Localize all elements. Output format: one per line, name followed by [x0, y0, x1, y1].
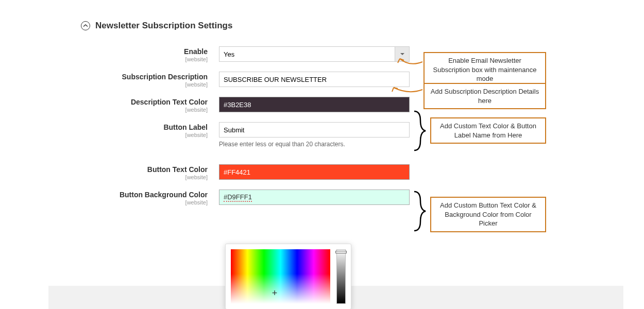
- slider-handle[interactable]: [335, 251, 347, 253]
- color-picker-value-slider[interactable]: [336, 249, 346, 304]
- row-subscription-description: Subscription Description [website]: [0, 72, 644, 88]
- callout-text-color-group: Add Custom Text Color & Button Label Nam…: [430, 117, 546, 144]
- label-description-text-color: Description Text Color [website]: [0, 97, 219, 113]
- row-description-text-color: Description Text Color [website] #3B2E38: [0, 97, 644, 113]
- callout-enable: Enable Email Newsletter Subscription box…: [423, 52, 546, 88]
- color-picker[interactable]: +: [225, 244, 351, 309]
- subscription-description-input[interactable]: [219, 72, 410, 87]
- enable-select[interactable]: Yes: [219, 46, 410, 62]
- row-button-background-color: Button Background Color [website] #D9FFF…: [0, 190, 644, 205]
- label-button-label: Button Label [website]: [0, 122, 219, 138]
- chevron-up-icon: [81, 21, 90, 30]
- button-background-color-input[interactable]: #D9FFF1: [219, 190, 410, 205]
- button-text-color-input[interactable]: #FF4421: [219, 164, 410, 180]
- color-picker-gradient[interactable]: +: [231, 249, 330, 304]
- label-subscription-description: Subscription Description [website]: [0, 72, 219, 88]
- callout-desc: Add Subscription Description Details her…: [423, 83, 546, 109]
- row-button-label: Button Label [website] Please enter less…: [0, 122, 644, 148]
- form-area: Enable [website] Yes Subscription Descri…: [0, 31, 644, 205]
- button-label-input[interactable]: [219, 122, 410, 138]
- button-label-hint: Please enter less or equal than 20 chara…: [219, 141, 410, 148]
- label-button-text-color: Button Text Color [website]: [0, 164, 219, 180]
- row-enable: Enable [website] Yes: [0, 46, 644, 62]
- row-button-text-color: Button Text Color [website] #FF4421: [0, 164, 644, 180]
- label-button-background-color: Button Background Color [website]: [0, 190, 219, 205]
- crosshair-icon: +: [272, 288, 278, 299]
- description-text-color-input[interactable]: #3B2E38: [219, 97, 410, 112]
- enable-select-wrap: Yes: [219, 46, 410, 62]
- section-title: Newsletter Subscription Settings: [95, 21, 232, 31]
- label-enable: Enable [website]: [0, 46, 219, 62]
- callout-button-color-group: Add Custom Button Text Color & Backgroun…: [430, 197, 546, 232]
- section-header[interactable]: Newsletter Subscription Settings: [0, 0, 644, 31]
